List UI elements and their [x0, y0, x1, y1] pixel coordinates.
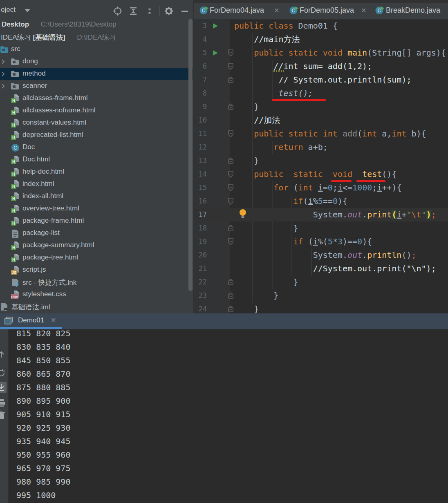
code-text: for (int i=0;i<=1000;i++){: [234, 181, 401, 194]
code-line-7[interactable]: 7 // System.out.println(sum);: [194, 73, 448, 87]
line-number: 13: [194, 154, 207, 168]
code-line-20[interactable]: 20 System.out.println();: [194, 248, 448, 262]
tree-item-deprecated-list.html[interactable]: Hdeprecated-list.html: [0, 129, 193, 141]
run-gutter-icon[interactable]: [212, 50, 218, 56]
tree-item-label: help-doc.html: [22, 168, 64, 176]
tab-close-icon[interactable]: ✕: [361, 7, 366, 14]
console-line: 905 910 915: [16, 408, 425, 421]
project-panel-title[interactable]: oject: [1, 6, 16, 14]
console-output[interactable]: 815 820 825830 835 840845 850 855860 865…: [16, 327, 425, 502]
project-title-caret-icon[interactable]: [25, 9, 30, 12]
scroll-to-end-icon[interactable]: [0, 382, 7, 393]
code-line-19[interactable]: 19 if (i%(5*3)==0){: [194, 235, 448, 248]
tree-item-allclasses-noframe.html[interactable]: Hallclasses-noframe.html: [0, 105, 193, 117]
code-text: }: [234, 100, 259, 114]
tree-item-scanner[interactable]: scanner: [0, 80, 193, 92]
svg-text:C: C: [292, 8, 296, 13]
settings-icon[interactable]: [164, 6, 174, 16]
code-line-6[interactable]: 6 //int sum= add(1,2);: [194, 60, 448, 73]
tree-item-index.html[interactable]: Hindex.html: [0, 178, 193, 190]
tree-item-constant-values.html[interactable]: Hconstant-values.html: [0, 117, 193, 129]
folder-icon: [11, 82, 19, 90]
tree-item-stylesheet.css[interactable]: CSSstylesheet.css: [0, 288, 193, 301]
expand-all-icon[interactable]: [128, 6, 138, 16]
code-line-22[interactable]: 22 }: [194, 275, 448, 289]
print-icon[interactable]: [0, 398, 6, 408]
code-editor[interactable]: 3public class Demo01 {4 //main方法5 public…: [194, 19, 448, 317]
tree-item-Doc[interactable]: CDoc: [0, 141, 193, 154]
intention-bulb-icon[interactable]: [239, 209, 246, 218]
code-line-18[interactable]: 18 }: [194, 221, 448, 235]
code-line-16[interactable]: 16 if(i%5==0){: [194, 194, 448, 208]
folder-icon: [11, 70, 19, 78]
tree-item-index-all.html[interactable]: Hindex-all.html: [0, 190, 193, 203]
code-line-8[interactable]: 8 test();: [194, 87, 448, 100]
collapse-all-icon[interactable]: [145, 6, 155, 16]
code-line-5[interactable]: 5 public static void main(String[] args)…: [194, 46, 448, 60]
code-line-9[interactable]: 9 }: [194, 100, 448, 114]
lock-gutter-icon[interactable]: [228, 103, 234, 111]
chevron-right-icon[interactable]: [0, 72, 5, 76]
code-line-17[interactable]: 17 System.out.print(i+"\t");: [194, 208, 448, 221]
lock-gutter-icon[interactable]: [228, 225, 234, 232]
tree-item-Desktop[interactable]: Desktop C:\Users\28319\Desktop: [0, 19, 193, 31]
tree-item-help-doc.html[interactable]: Hhelp-doc.html: [0, 166, 193, 178]
chevron-right-icon[interactable]: [0, 84, 5, 89]
code-line-13[interactable]: 13 }: [194, 154, 448, 168]
svg-text:H: H: [12, 258, 15, 262]
lock-gutter-icon[interactable]: [228, 306, 234, 313]
bookmark-tag-icon[interactable]: [228, 171, 234, 178]
code-line-10[interactable]: 10 //加法: [194, 114, 448, 127]
run-gutter-icon[interactable]: [212, 23, 218, 29]
svg-text:H: H: [12, 246, 15, 250]
tree-item-package-tree.html[interactable]: Hpackage-tree.html: [0, 252, 193, 264]
tree-item-Doc.html[interactable]: HDoc.html: [0, 154, 193, 166]
code-line-12[interactable]: 12 return a+b;: [194, 141, 448, 154]
code-line-21[interactable]: 21 //System.out.print("\n");: [194, 262, 448, 275]
line-number: 8: [194, 87, 207, 100]
tree-item-package-frame.html[interactable]: Hpackage-frame.html: [0, 215, 193, 227]
tree-item-method[interactable]: method: [0, 68, 193, 80]
tab-close-icon[interactable]: ✕: [274, 7, 279, 14]
tree-item-package-list[interactable]: package-list: [0, 227, 193, 239]
up-arrow-icon[interactable]: [0, 350, 6, 359]
bookmark-tag-icon[interactable]: [228, 198, 234, 205]
lock-gutter-icon[interactable]: [228, 292, 234, 300]
run-tab-close-icon[interactable]: ✕: [51, 316, 56, 324]
lock-gutter-icon[interactable]: [228, 279, 234, 286]
code-text: System.out.println();: [234, 248, 417, 262]
bookmark-tag-icon[interactable]: [228, 49, 234, 57]
locate-icon[interactable]: [113, 6, 123, 16]
clear-icon[interactable]: [0, 410, 6, 420]
code-line-14[interactable]: 14 public static void test(){: [194, 168, 448, 181]
bookmark-tag-icon[interactable]: [228, 63, 234, 70]
code-line-15[interactable]: 15 for (int i=0;i<=1000;i++){: [194, 181, 448, 194]
tree-item-overview-tree.html[interactable]: Hoverview-tree.html: [0, 203, 193, 215]
code-text: public static void test(){: [234, 168, 396, 181]
tree-item-src---.lnk[interactable]: ?src - 快捷方式.lnk: [0, 276, 193, 288]
tree-item-dong[interactable]: dong: [0, 56, 193, 68]
lock-gutter-icon[interactable]: [228, 76, 234, 84]
project-scrollbar[interactable]: [188, 19, 193, 291]
tree-item-label: Doc: [22, 143, 35, 151]
tree-item-allclasses-frame.html[interactable]: Hallclasses-frame.html: [0, 92, 193, 105]
tree-item-src[interactable]: src: [0, 43, 193, 56]
code-line-4[interactable]: 4 //main方法: [194, 33, 448, 46]
run-tab-title[interactable]: Demo01: [18, 316, 44, 324]
bookmark-tag-icon[interactable]: [228, 130, 234, 138]
panel-divider[interactable]: [193, 0, 194, 313]
hide-panel-icon[interactable]: [180, 6, 190, 16]
tree-item--.iml[interactable]: 基础语法.iml: [0, 301, 193, 313]
tree-item-package-summary.html[interactable]: Hpackage-summary.html: [0, 239, 193, 252]
code-line-11[interactable]: 11 public static int add(int a,int b){: [194, 127, 448, 141]
chevron-right-icon[interactable]: [0, 59, 5, 64]
bookmark-tag-icon[interactable]: [228, 238, 234, 246]
tree-item-script.js[interactable]: JSscript.js: [0, 264, 193, 276]
tree-item-IDEA-[interactable]: IDEA练习 [基础语法] D:\IDEA练习: [0, 31, 193, 43]
bookmark-tag-icon[interactable]: [228, 184, 234, 192]
console-line: 950 955 960: [16, 448, 425, 462]
code-line-23[interactable]: 23 }: [194, 289, 448, 302]
rerun-icon[interactable]: [0, 368, 6, 378]
project-tree: Desktop C:\Users\28319\DesktopIDEA练习 [基础…: [0, 19, 193, 313]
lock-gutter-icon[interactable]: [228, 157, 234, 165]
